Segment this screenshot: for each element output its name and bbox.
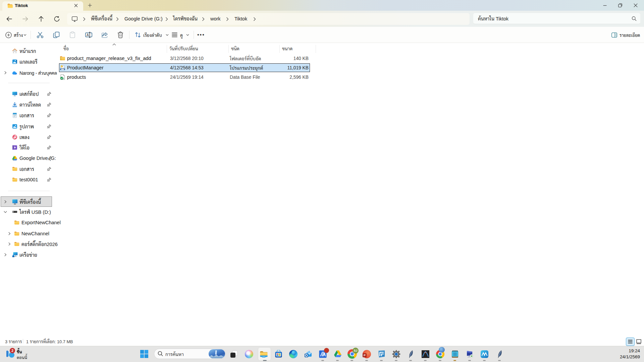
svg-text:A: A [87, 33, 89, 37]
